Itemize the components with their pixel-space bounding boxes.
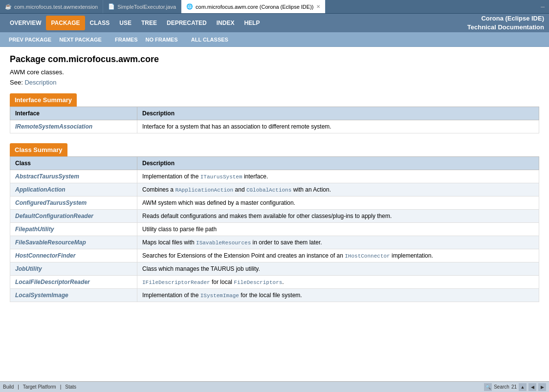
nav-overview[interactable]: OVERVIEW xyxy=(5,16,46,30)
tab-awmextension[interactable]: ☕ com.microfocus.test.awmextension xyxy=(0,0,103,13)
class-col-header: Class xyxy=(10,157,137,170)
code-link[interactable]: ISystemImage xyxy=(200,293,239,299)
class-name-cell: AbstractTaurusSystem xyxy=(10,170,137,183)
nav-title: Corona (Eclipse IDE) Technical Documenta… xyxy=(467,14,544,32)
interface-summary-table: Interface Description IRemoteSystemAssoc… xyxy=(10,107,539,133)
sub-nav-sep2 xyxy=(182,36,186,43)
class-summary-table: Class Description AbstractTaurusSystemIm… xyxy=(10,156,539,302)
class-name-cell: DefaultConfigurationReader xyxy=(10,210,137,223)
interface-name-cell: IRemoteSystemAssociation xyxy=(10,120,137,133)
tab-simpletool[interactable]: 📄 SimpleToolExecutor.java xyxy=(103,0,181,13)
minimize-icon[interactable]: ─ xyxy=(539,4,546,10)
nav-help[interactable]: HELP xyxy=(239,16,264,30)
tab-label-simpletool: SimpleToolExecutor.java xyxy=(117,4,176,10)
desc-text: Implementation of the xyxy=(142,292,200,299)
table-row: DefaultConfigurationReaderReads default … xyxy=(10,210,539,223)
class-name-cell: LocalFileDescriptorReader xyxy=(10,276,137,289)
nav-use[interactable]: USE xyxy=(114,16,136,30)
sub-nav-next-package[interactable]: NEXT PACKAGE xyxy=(55,34,106,45)
class-desc-cell: IFileDescriptorReader for local FileDesc… xyxy=(137,276,539,289)
tab-icon-awmextension: ☕ xyxy=(5,3,12,10)
sub-nav-prev-package[interactable]: PREV PACKAGE xyxy=(5,34,55,45)
desc-text: interface. xyxy=(242,173,268,180)
class-desc-cell: Combines a RApplicationAction and CGloba… xyxy=(137,183,539,196)
code-link[interactable]: IHostConnector xyxy=(345,253,390,259)
see-section: See: Description xyxy=(10,79,539,86)
main-content: Package com.microfocus.awm.core AWM core… xyxy=(0,47,549,319)
nav-bar: OVERVIEW PACKAGE CLASS USE TREE DEPRECAT… xyxy=(0,14,549,32)
nav-title-line2: Technical Documentation xyxy=(467,23,544,32)
class-link-abstracttaurussystem[interactable]: AbstractTaurusSystem xyxy=(15,173,79,180)
tab-label-awmcore: com.microfocus.awm.core (Corona (Eclipse… xyxy=(196,4,313,10)
sub-nav-frames[interactable]: FRAMES xyxy=(111,34,141,45)
table-row: IRemoteSystemAssociation Interface for a… xyxy=(10,120,539,133)
table-row: FilepathUtilityUtility class to parse fi… xyxy=(10,223,539,236)
tab-label-awmextension: com.microfocus.test.awmextension xyxy=(14,4,98,10)
class-link-localfiledescriptorreader[interactable]: LocalFileDescriptorReader xyxy=(15,279,90,285)
desc-text: . xyxy=(329,186,331,193)
desc-text: Searches for Extensions of the Extension… xyxy=(142,252,345,259)
table-row: ApplicationActionCombines a RApplication… xyxy=(10,183,539,196)
code-link[interactable]: ISavableResources xyxy=(196,240,251,246)
description-link[interactable]: Description xyxy=(24,79,56,86)
class-desc-cell: Utility class to parse file path xyxy=(137,223,539,236)
interface-col-header: Interface xyxy=(10,107,137,120)
class-link-defaultconfigurationreader[interactable]: DefaultConfigurationReader xyxy=(15,213,93,219)
desc-text: . xyxy=(282,279,284,285)
interface-summary-header: Interface Summary xyxy=(10,93,77,107)
sub-nav-all-classes[interactable]: ALL CLASSES xyxy=(187,34,232,45)
iremotesystemassociation-link[interactable]: IRemoteSystemAssociation xyxy=(15,123,92,130)
class-link-configuredtaurussystem[interactable]: ConfiguredTaurusSystem xyxy=(15,199,87,206)
class-name-cell: JobUtility xyxy=(10,262,137,276)
package-desc: AWM core classes. xyxy=(10,68,539,76)
table-row: LocalSystemImageImplementation of the IS… xyxy=(10,289,539,302)
table-row: FileSavableResourceMapMaps local files w… xyxy=(10,236,539,249)
desc-text: and xyxy=(233,186,246,193)
desc-text: for local xyxy=(210,279,234,285)
class-name-cell: ApplicationAction xyxy=(10,183,137,196)
nav-deprecated[interactable]: DEPRECATED xyxy=(162,16,212,30)
code-link[interactable]: FileDescriptors xyxy=(234,280,282,285)
code-link[interactable]: RApplicationAction xyxy=(175,187,233,193)
desc-text: with an xyxy=(291,186,313,193)
tab-close-awmcore[interactable]: ✕ xyxy=(316,4,320,9)
sub-nav-sep1 xyxy=(107,36,110,43)
see-label: See: xyxy=(10,79,23,86)
class-desc-cell: Reads default configurations and makes t… xyxy=(137,210,539,223)
class-link-localsystemimage[interactable]: LocalSystemImage xyxy=(15,292,68,299)
table-row: ConfiguredTaurusSystemAWM system which w… xyxy=(10,196,539,210)
class-desc-cell: AWM system which was defined by a master… xyxy=(137,196,539,210)
class-link-applicationaction[interactable]: ApplicationAction xyxy=(15,186,66,193)
interface-desc-header: Description xyxy=(137,107,539,120)
nav-package[interactable]: PACKAGE xyxy=(46,16,85,30)
nav-tree[interactable]: TREE xyxy=(136,16,162,30)
class-summary-header: Class Summary xyxy=(10,143,67,156)
class-link-hostconnectorfinder[interactable]: HostConnectorFinder xyxy=(15,252,75,259)
interface-desc-cell: Interface for a system that has an assoc… xyxy=(137,120,539,133)
sub-nav: PREV PACKAGE NEXT PACKAGE FRAMES NO FRAM… xyxy=(0,32,549,47)
class-desc-cell: Implementation of the ITaurusSystem inte… xyxy=(137,170,539,183)
tab-icon-simpletool: 📄 xyxy=(108,3,115,10)
class-link-filepathutility[interactable]: FilepathUtility xyxy=(15,226,54,233)
tab-bar: ☕ com.microfocus.test.awmextension 📄 Sim… xyxy=(0,0,549,14)
package-title: Package com.microfocus.awm.core xyxy=(10,54,539,65)
desc-text: for the local file system. xyxy=(239,292,302,299)
code-link[interactable]: IFileDescriptorReader xyxy=(142,280,210,285)
desc-text: Maps local files with xyxy=(142,239,196,246)
code-link[interactable]: CGlobalActions xyxy=(246,187,291,193)
nav-title-line1: Corona (Eclipse IDE) xyxy=(467,14,544,23)
sub-nav-no-frames[interactable]: NO FRAMES xyxy=(141,34,181,45)
desc-text: Action xyxy=(313,186,329,193)
window-controls: ─ xyxy=(539,4,549,10)
class-desc-cell: Implementation of the ISystemImage for t… xyxy=(137,289,539,302)
nav-class[interactable]: CLASS xyxy=(85,16,115,30)
code-link[interactable]: ITaurusSystem xyxy=(200,174,242,180)
class-link-jobutility[interactable]: JobUtility xyxy=(15,265,42,272)
class-name-cell: ConfiguredTaurusSystem xyxy=(10,196,137,210)
desc-text: implementation. xyxy=(390,252,433,259)
class-name-cell: LocalSystemImage xyxy=(10,289,137,302)
tab-awmcore[interactable]: 🌐 com.microfocus.awm.core (Corona (Eclip… xyxy=(181,0,326,13)
nav-index[interactable]: INDEX xyxy=(212,16,240,30)
class-link-filesavableresourcemap[interactable]: FileSavableResourceMap xyxy=(15,239,86,246)
table-row: LocalFileDescriptorReaderIFileDescriptor… xyxy=(10,276,539,289)
